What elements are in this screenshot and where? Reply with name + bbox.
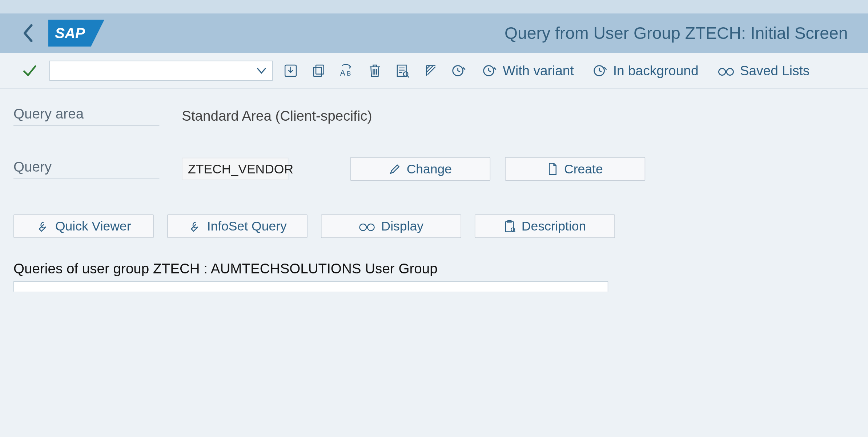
with-variant-button[interactable]: With variant (477, 60, 579, 81)
clock-bg-icon (593, 63, 607, 78)
query-input[interactable]: ZTECH_VENDOR (182, 158, 288, 180)
copy-icon (312, 63, 326, 78)
document-icon (547, 162, 559, 176)
svg-point-8 (403, 72, 408, 76)
query-area-value: Standard Area (Client-specific) (182, 108, 372, 124)
wrench-icon (188, 220, 201, 232)
pencil-icon (389, 163, 401, 175)
in-background-button[interactable]: In background (587, 60, 704, 81)
in-background-label: In background (613, 63, 699, 78)
svg-rect-3 (314, 67, 322, 76)
svg-text:SAP: SAP (55, 25, 85, 41)
app-toolbar: AB With variant In background Saved List… (0, 53, 868, 89)
description-label: Description (522, 218, 586, 234)
clipboard-icon (503, 220, 516, 233)
layout-button[interactable] (421, 60, 441, 81)
infoset-query-label: InfoSet Query (207, 218, 287, 234)
execute-button[interactable] (449, 60, 469, 81)
back-button[interactable] (17, 22, 39, 44)
wrench-icon (36, 220, 49, 232)
chevron-down-icon (256, 67, 266, 74)
svg-point-15 (368, 224, 375, 231)
quick-viewer-button[interactable]: Quick Viewer (13, 215, 154, 238)
command-input[interactable] (49, 60, 273, 81)
create-label: Create (564, 161, 603, 177)
popup-title-right: 1 Entry found (354, 290, 441, 292)
query-area-label: Query area (13, 105, 159, 126)
quick-viewer-label: Quick Viewer (55, 218, 131, 234)
svg-point-13 (727, 68, 734, 75)
glasses-icon (359, 221, 375, 232)
popup-title: Restrict Value Range (1) 1 Entry found (56, 290, 568, 292)
saved-lists-label: Saved Lists (740, 63, 810, 78)
enter-button[interactable] (23, 63, 37, 78)
copy-button[interactable] (309, 60, 329, 81)
rename-button[interactable]: AB (337, 60, 357, 81)
save-button[interactable] (281, 60, 301, 81)
query-input-value: ZTECH_VENDOR (188, 161, 293, 177)
query-label: Query (13, 159, 159, 179)
svg-text:A: A (340, 68, 345, 77)
description-button[interactable]: Description (475, 215, 615, 238)
clock-variant-icon (483, 63, 497, 78)
with-variant-label: With variant (503, 63, 574, 78)
form-area: Query area Standard Area (Client-specifi… (0, 89, 868, 292)
svg-text:B: B (347, 70, 351, 77)
rename-icon: AB (339, 63, 354, 78)
value-help-popup: Restrict Value Range (1) 1 Entry found R… (13, 281, 608, 292)
svg-rect-4 (316, 65, 324, 74)
create-button[interactable]: Create (505, 157, 645, 181)
search-list-icon (395, 63, 410, 78)
top-thin-bar (0, 0, 868, 13)
save-icon (284, 63, 298, 78)
infoset-query-button[interactable]: InfoSet Query (167, 215, 308, 238)
check-icon (23, 63, 37, 78)
saved-lists-button[interactable]: Saved Lists (712, 60, 815, 81)
clock-icon (452, 63, 466, 78)
display-label: Display (381, 218, 423, 234)
trash-icon (368, 63, 382, 78)
svg-point-12 (719, 68, 726, 75)
change-button[interactable]: Change (350, 157, 490, 181)
display-button[interactable]: Display (321, 215, 461, 238)
popup-title-left: Restrict Value Range (1) (183, 290, 342, 292)
page-title: Query from User Group ZTECH: Initial Scr… (104, 24, 851, 43)
section-heading: Queries of user group ZTECH : AUMTECHSOL… (13, 260, 855, 277)
delete-button[interactable] (365, 60, 385, 81)
svg-rect-7 (397, 65, 406, 76)
glasses-icon (718, 64, 734, 77)
chevron-left-icon (22, 24, 34, 43)
sap-logo: SAP (48, 20, 104, 47)
change-label: Change (407, 161, 452, 177)
layout-icon (424, 63, 438, 78)
svg-point-14 (360, 224, 367, 231)
titlebar: SAP Query from User Group ZTECH: Initial… (0, 13, 868, 53)
search-list-button[interactable] (393, 60, 413, 81)
